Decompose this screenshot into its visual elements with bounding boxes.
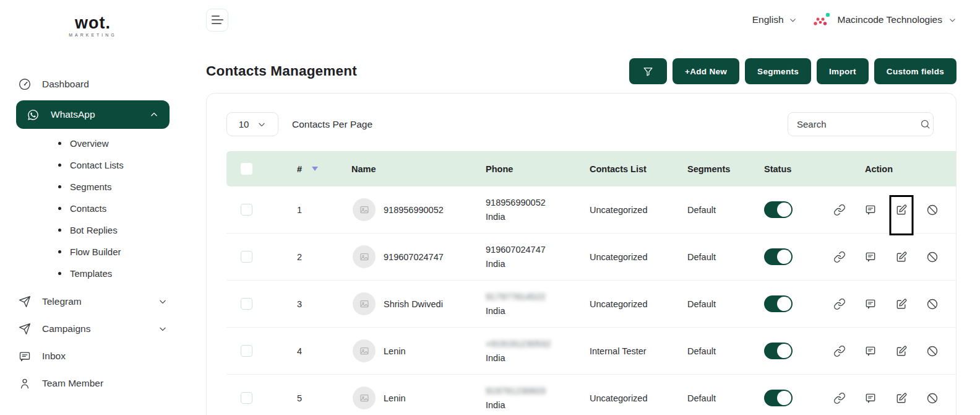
paper-plane-icon xyxy=(19,323,31,335)
contacts-list-value: Internal Tester xyxy=(567,346,664,356)
col-phone: Phone xyxy=(463,164,567,174)
block-icon[interactable] xyxy=(926,297,939,310)
sidebar-subitem-segments[interactable]: Segments xyxy=(17,176,168,198)
edit-icon[interactable] xyxy=(895,250,908,263)
copy-link-icon[interactable] xyxy=(833,297,846,310)
sidebar-item-label: Campaigns xyxy=(42,323,90,334)
subitem-label: Contacts xyxy=(70,203,106,214)
sidebar-subitem-overview[interactable]: Overview xyxy=(17,133,168,154)
import-button[interactable]: Import xyxy=(817,58,869,84)
whatsapp-submenu: Overview Contact Lists Segments Contacts… xyxy=(17,131,168,288)
avatar xyxy=(353,387,376,409)
organization-selector[interactable]: Macincode Technologies xyxy=(813,12,956,28)
select-all-checkbox[interactable] xyxy=(241,163,252,175)
block-icon[interactable] xyxy=(926,203,939,216)
contacts-table: # Name Phone Contacts List Segments Stat… xyxy=(226,151,956,415)
sidebar-subitem-flow-builder[interactable]: Flow Builder xyxy=(17,241,168,263)
sidebar-subitem-templates[interactable]: Templates xyxy=(17,263,168,284)
status-toggle[interactable] xyxy=(764,343,793,359)
row-checkbox[interactable] xyxy=(241,251,252,263)
avatar xyxy=(353,292,376,315)
contacts-list-value: Uncategorized xyxy=(567,252,664,262)
bullet xyxy=(58,142,61,145)
row-checkbox[interactable] xyxy=(241,298,252,310)
table-row: 2 919607024747 919607024747 India Uncate… xyxy=(226,234,956,281)
phone-number: 917977814522 xyxy=(486,290,567,304)
message-icon[interactable] xyxy=(864,344,877,357)
message-icon[interactable] xyxy=(864,391,877,404)
row-number: 5 xyxy=(266,393,328,403)
toggle-knob xyxy=(777,391,791,405)
contacts-list-value: Uncategorized xyxy=(567,393,664,403)
add-new-button[interactable]: +Add New xyxy=(673,58,739,84)
message-icon[interactable] xyxy=(864,297,877,310)
person-icon xyxy=(19,377,31,390)
chat-lines-icon xyxy=(19,350,31,362)
edit-icon[interactable] xyxy=(895,297,908,310)
sidebar-item-inbox[interactable]: Inbox xyxy=(17,343,168,370)
edit-icon[interactable] xyxy=(895,391,908,404)
toggle-knob xyxy=(777,297,791,311)
language-selector[interactable]: English xyxy=(752,14,797,25)
block-icon[interactable] xyxy=(926,250,939,263)
search-icon[interactable] xyxy=(920,119,931,129)
status-toggle[interactable] xyxy=(764,248,793,265)
sidebar-subitem-contact-lists[interactable]: Contact Lists xyxy=(17,154,168,176)
page-header: Contacts Management +Add New Segments Im… xyxy=(206,58,956,84)
brand-logo: wot. Marketing xyxy=(0,6,186,46)
block-icon[interactable] xyxy=(926,391,939,404)
toggle-knob xyxy=(777,203,791,217)
sidebar-toggle-button[interactable] xyxy=(206,9,228,32)
toggle-knob xyxy=(777,250,791,264)
per-page-select[interactable]: 10 xyxy=(226,112,278,136)
chevron-down-icon xyxy=(789,16,797,24)
chevron-down-icon xyxy=(158,297,167,306)
organization-name: Macincode Technologies xyxy=(838,14,942,25)
main-content: English xyxy=(186,0,980,415)
col-name: Name xyxy=(328,164,463,174)
edit-icon[interactable] xyxy=(895,203,908,216)
sidebar-item-telegram[interactable]: Telegram xyxy=(17,288,168,315)
col-segments: Segments xyxy=(664,164,741,174)
custom-fields-button[interactable]: Custom fields xyxy=(874,58,956,84)
subitem-label: Templates xyxy=(70,268,112,279)
sidebar-item-label: Team Member xyxy=(42,378,103,389)
chevron-down-icon xyxy=(158,325,167,333)
phone-country: India xyxy=(486,304,567,318)
copy-link-icon[interactable] xyxy=(833,203,846,216)
sidebar-subitem-bot-replies[interactable]: Bot Replies xyxy=(17,219,168,241)
message-icon[interactable] xyxy=(864,203,877,216)
status-toggle[interactable] xyxy=(764,295,793,312)
dashboard-gauge-icon xyxy=(19,78,31,90)
subitem-label: Segments xyxy=(70,181,112,192)
row-checkbox[interactable] xyxy=(241,392,252,404)
copy-link-icon[interactable] xyxy=(833,344,846,357)
copy-link-icon[interactable] xyxy=(833,250,846,263)
sidebar-subitem-contacts[interactable]: Contacts xyxy=(17,198,168,219)
segments-button[interactable]: Segments xyxy=(745,58,811,84)
phone-number: +919191230532 xyxy=(486,337,567,351)
contact-name: Lenin xyxy=(384,393,405,403)
sidebar-item-whatsapp[interactable]: WhatsApp xyxy=(16,100,170,129)
sidebar-item-campaigns[interactable]: Campaigns xyxy=(17,315,168,343)
search-box xyxy=(788,112,934,136)
row-checkbox[interactable] xyxy=(241,345,252,357)
table-row: 3 Shrish Dwivedi 917977814522 India Unca… xyxy=(226,281,956,328)
subitem-label: Contact Lists xyxy=(70,160,124,170)
sidebar-item-team-member[interactable]: Team Member xyxy=(17,370,168,397)
row-checkbox[interactable] xyxy=(241,204,252,216)
search-input[interactable] xyxy=(797,119,920,129)
status-toggle[interactable] xyxy=(764,390,793,406)
message-icon[interactable] xyxy=(864,250,877,263)
copy-link-icon[interactable] xyxy=(833,391,846,404)
edit-icon[interactable] xyxy=(895,344,908,357)
topbar: English xyxy=(206,0,956,40)
topbar-right: English xyxy=(752,12,956,28)
sidebar-item-dashboard[interactable]: Dashboard xyxy=(17,71,168,98)
block-icon[interactable] xyxy=(926,344,939,357)
filter-button[interactable] xyxy=(629,58,667,84)
row-number: 4 xyxy=(266,346,328,356)
status-toggle[interactable] xyxy=(764,201,793,218)
sort-descending-icon[interactable] xyxy=(312,167,318,171)
table-row: 4 Lenin +919191230532 India Internal Tes… xyxy=(226,328,956,375)
